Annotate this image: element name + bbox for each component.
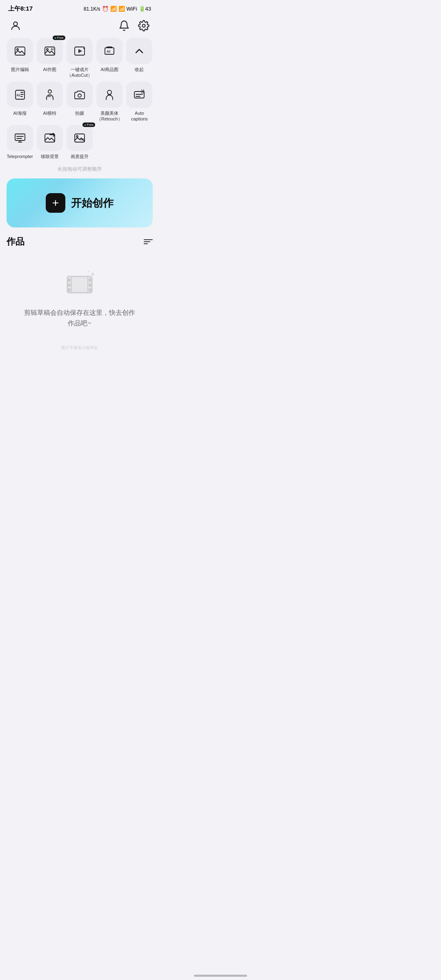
teleprompter-label: Teleprompter: [7, 154, 33, 159]
tool-remove-bg[interactable]: 移除背景: [36, 125, 63, 159]
ai-poster-label: AI海报: [13, 110, 26, 116]
ai-model-icon: AI: [43, 88, 56, 101]
empty-works-text: 剪辑草稿会自动保存在这里，快去创作 作品吧~: [24, 307, 135, 328]
svg-text:AI: AI: [107, 49, 110, 53]
svg-rect-16: [134, 91, 144, 98]
camera-icon: [73, 88, 86, 101]
enhance-icon: HD: [73, 131, 86, 145]
ai-product-label: AI商品图: [100, 67, 118, 72]
tool-ai-product[interactable]: AI AI商品图: [96, 38, 123, 78]
photo-edit-icon: [13, 45, 27, 58]
sort-line-2: [144, 241, 150, 242]
status-bar: 上午8:17 81.1K/s ⏰ 📶 📶 WiFi 🔋43: [0, 0, 159, 15]
remove-bg-icon-wrap: [37, 125, 63, 151]
auto-captions-label: Auto captions: [126, 110, 153, 122]
works-section: 作品 剪辑草稿会自动保存在这里，快去创作 作品吧~: [0, 236, 159, 341]
tool-photo-edit[interactable]: 图片编辑: [7, 38, 33, 78]
svg-rect-17: [15, 134, 25, 140]
start-plus-icon: +: [46, 193, 65, 213]
user-icon: [10, 20, 21, 31]
tool-placeholder-2: [126, 125, 153, 159]
tool-teleprompter[interactable]: Teleprompter: [7, 125, 33, 159]
collapse-chevron-icon: [133, 45, 146, 58]
empty-state: 剪辑草稿会自动保存在这里，快去创作 作品吧~: [7, 256, 153, 341]
ai-draw-badge: Free: [53, 36, 65, 40]
signal-icon: 📶: [110, 6, 117, 12]
shoot-label: 拍摄: [75, 110, 84, 116]
sort-button[interactable]: [144, 239, 153, 244]
svg-point-14: [78, 94, 81, 97]
svg-text:HD: HD: [80, 138, 85, 141]
start-create-button[interactable]: + 开始创作: [7, 178, 153, 227]
svg-text:AI: AI: [51, 47, 54, 51]
start-section: + 开始创作: [0, 178, 159, 236]
network-speed: 81.1K/s: [84, 6, 100, 12]
svg-text:Ai: Ai: [16, 93, 20, 97]
ai-model-label: AI模特: [43, 110, 56, 116]
photo-edit-label: 图片编辑: [11, 67, 29, 72]
ai-draw-label: AI作图: [43, 67, 56, 72]
notification-button[interactable]: [117, 18, 131, 33]
svg-text:AI: AI: [48, 94, 51, 98]
tool-ai-poster[interactable]: Ai AI海报: [7, 82, 33, 122]
retouch-icon: [103, 88, 116, 101]
start-create-label: 开始创作: [71, 196, 114, 210]
tool-autocut[interactable]: 一键成片 （AutoCut）: [66, 38, 93, 78]
tool-grid-row2: Ai AI海报 AI AI模特: [7, 82, 153, 122]
autocut-icon-wrap: [67, 38, 93, 64]
ai-model-icon-wrap: AI: [37, 82, 63, 108]
tool-enhance[interactable]: Free HD 画质提升: [66, 125, 93, 159]
svg-rect-18: [45, 134, 55, 142]
tool-shoot[interactable]: 拍摄: [66, 82, 93, 122]
ai-draw-icon-wrap: Free AI: [37, 38, 63, 64]
autocut-label: 一键成片 （AutoCut）: [67, 67, 92, 78]
photo-edit-icon-wrap: [7, 38, 33, 64]
tool-retouch[interactable]: 美颜美体 （Retouch）: [96, 82, 123, 122]
status-time: 上午8:17: [8, 5, 33, 13]
settings-button[interactable]: [136, 18, 151, 33]
auto-captions-icon-wrap: [126, 82, 152, 108]
alarm-icon: ⏰: [102, 6, 109, 12]
tool-ai-model[interactable]: AI AI模特: [36, 82, 63, 122]
tool-placeholder-1: [96, 125, 123, 159]
ai-poster-icon-wrap: Ai: [7, 82, 33, 108]
teleprompter-icon-wrap: [7, 125, 33, 151]
svg-rect-27: [89, 283, 92, 287]
svg-point-20: [76, 136, 78, 137]
collapse-icon-wrap: [126, 38, 152, 64]
remove-bg-icon: [43, 131, 56, 145]
svg-rect-25: [67, 288, 71, 292]
ai-draw-icon: AI: [43, 45, 56, 58]
ai-product-icon-wrap: AI: [96, 38, 122, 64]
ai-product-icon: AI: [103, 45, 116, 58]
collapse-label: 收起: [135, 67, 144, 72]
svg-point-0: [13, 22, 17, 26]
svg-rect-23: [67, 278, 71, 282]
bell-icon: [118, 20, 130, 31]
shoot-icon-wrap: [67, 82, 93, 108]
svg-marker-8: [78, 49, 82, 53]
wifi-icon: WiFi: [127, 6, 137, 12]
sort-lines-icon: [144, 239, 153, 244]
tool-collapse[interactable]: 收起: [126, 38, 153, 78]
autocut-icon: [73, 45, 86, 58]
tool-auto-captions[interactable]: Auto captions: [126, 82, 153, 122]
svg-point-1: [143, 24, 145, 27]
tool-ai-draw[interactable]: Free AI AI作图: [36, 38, 63, 78]
sort-line-3: [144, 243, 148, 244]
enhance-icon-wrap: Free HD: [67, 125, 93, 151]
profile-button[interactable]: [8, 18, 23, 33]
signal2-icon: 📶: [118, 6, 125, 12]
works-title: 作品: [7, 236, 24, 248]
tool-section: 图片编辑 Free AI AI作图: [0, 38, 159, 178]
battery-icon: 🔋43: [139, 6, 151, 12]
svg-rect-2: [15, 47, 25, 55]
enhance-label: 画质提升: [71, 154, 89, 159]
ai-poster-icon: Ai: [13, 88, 27, 101]
film-empty-icon: [63, 268, 96, 301]
settings-icon: [138, 20, 149, 31]
works-header: 作品: [7, 236, 153, 248]
retouch-label: 美颜美体 （Retouch）: [97, 110, 122, 122]
status-right: 81.1K/s ⏰ 📶 📶 WiFi 🔋43: [84, 6, 151, 12]
svg-rect-24: [67, 283, 71, 287]
